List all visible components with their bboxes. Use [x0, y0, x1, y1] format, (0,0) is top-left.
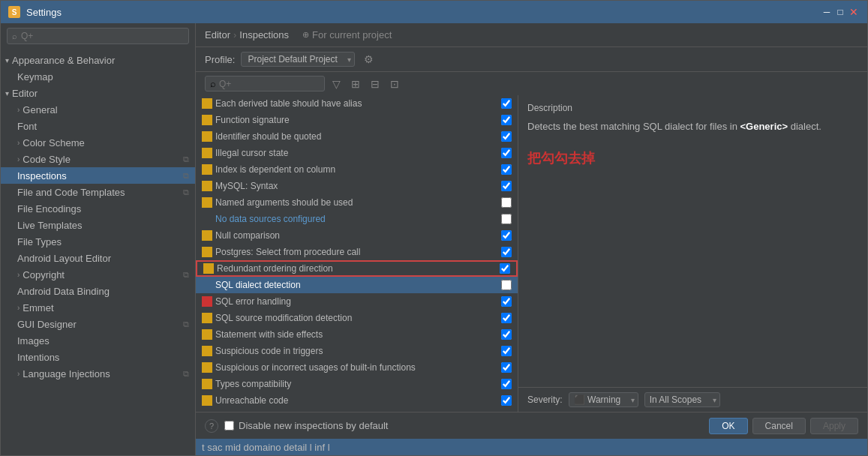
sidebar-item-label: File Types — [17, 236, 62, 248]
sidebar-item-keymap[interactable]: Keymap — [1, 68, 195, 85]
sidebar-search-box[interactable]: ⌕ — [7, 28, 189, 44]
reset-button[interactable]: ⊡ — [387, 76, 402, 92]
inspection-checkbox[interactable] — [501, 329, 512, 340]
inspection-checkbox[interactable] — [501, 115, 512, 125]
sidebar-search-input[interactable] — [21, 31, 184, 41]
insp-item-suspicious-builtin[interactable]: Suspicious or incorrect usages of built-… — [196, 359, 518, 376]
inspections-search-box[interactable]: ⌕ — [205, 76, 325, 92]
chevron-icon: ▾ — [5, 56, 9, 64]
profile-select-wrapper[interactable]: Project Default Project — [241, 52, 355, 67]
sidebar-item-label: File and Code Templates — [17, 187, 125, 198]
inspections-search-input[interactable] — [219, 79, 320, 89]
sidebar-item-android-layout-editor[interactable]: Android Layout Editor — [1, 250, 195, 266]
insp-item-mysql-syntax[interactable]: MySQL: Syntax — [196, 178, 518, 194]
severity-select[interactable]: ⬛ Warning — [569, 392, 638, 407]
insp-item-identifier-quoted[interactable]: Identifier should be quoted — [196, 128, 518, 145]
inspection-checkbox[interactable] — [501, 362, 512, 373]
sidebar-item-code-style[interactable]: › Code Style ⧉ — [1, 151, 195, 167]
sidebar-item-color-scheme[interactable]: › Color Scheme — [1, 134, 195, 151]
expand-all-button[interactable]: ⊞ — [348, 76, 363, 92]
insp-item-function-sig[interactable]: Function signature — [196, 112, 518, 128]
sidebar-item-label: Editor — [12, 88, 38, 99]
insp-item-unreachable[interactable]: Unreachable code — [196, 392, 518, 409]
inspection-checkbox[interactable] — [501, 280, 512, 290]
insp-item-sql-dialect[interactable]: SQL dialect detection — [196, 277, 518, 293]
inspection-checkbox[interactable] — [501, 379, 512, 389]
sidebar-item-file-encodings[interactable]: File Encodings — [1, 200, 195, 217]
sidebar-item-file-types[interactable]: File Types — [1, 233, 195, 250]
gear-button[interactable]: ⚙ — [361, 52, 377, 67]
collapse-all-button[interactable]: ⊟ — [368, 76, 383, 92]
inspection-checkbox[interactable] — [501, 230, 512, 241]
insp-item-null-comparison[interactable]: Null comparison — [196, 227, 518, 244]
maximize-button[interactable]: □ — [834, 6, 846, 18]
insp-item-no-data-sources[interactable]: No data sources configured — [196, 211, 518, 227]
inspection-checkbox[interactable] — [500, 263, 510, 274]
inspection-checkbox[interactable] — [501, 98, 512, 109]
inspection-label: Identifier should be quoted — [215, 131, 498, 142]
sidebar-item-font[interactable]: Font — [1, 118, 195, 134]
status-bar: t sac mid domaino detail l inf l — [196, 439, 867, 455]
sidebar-item-gui-designer[interactable]: GUI Designer ⧉ — [1, 316, 195, 332]
insp-item-each-derived[interactable]: Each derived table should have alias — [196, 95, 518, 112]
sidebar-item-file-code-templates[interactable]: File and Code Templates ⧉ — [1, 184, 195, 200]
insp-item-illegal-cursor[interactable]: Illegal cursor state — [196, 145, 518, 161]
sidebar-item-appearance[interactable]: ▾ Appearance & Behavior — [1, 52, 195, 68]
insp-item-index-dependent[interactable]: Index is dependent on column — [196, 161, 518, 178]
sidebar-item-android-data-binding[interactable]: Android Data Binding — [1, 283, 195, 299]
copy-icon: ⧉ — [183, 154, 189, 164]
chevron-icon: › — [17, 106, 20, 114]
sidebar-item-general[interactable]: › General — [1, 101, 195, 118]
inspection-checkbox[interactable] — [501, 148, 512, 158]
insp-item-redundant-ordering[interactable]: Redundant ordering direction — [196, 260, 518, 277]
sidebar-item-intentions[interactable]: Intentions — [1, 349, 195, 365]
inspection-checkbox[interactable] — [501, 395, 512, 406]
sidebar-item-label: Inspections — [17, 170, 67, 182]
scope-select-wrapper[interactable]: In All Scopes — [644, 392, 720, 407]
sidebar-item-images[interactable]: Images — [1, 332, 195, 349]
scope-select[interactable]: In All Scopes — [644, 392, 720, 407]
insp-item-statement-side[interactable]: Statement with side effects — [196, 326, 518, 343]
profile-select[interactable]: Project Default Project — [241, 52, 355, 67]
sidebar-item-language-injections[interactable]: › Language Injections ⧉ — [1, 365, 195, 382]
minimize-button[interactable]: ─ — [821, 6, 833, 18]
sidebar-item-editor-parent[interactable]: ▾ Editor — [1, 85, 195, 101]
ok-button[interactable]: OK — [709, 418, 747, 434]
sidebar-item-label: Android Data Binding — [17, 286, 110, 297]
insp-item-suspicious-triggers[interactable]: Suspicious code in triggers — [196, 343, 518, 359]
inspection-label: Suspicious or incorrect usages of built-… — [215, 362, 498, 373]
sidebar-item-inspections[interactable]: Inspections ⧉ — [1, 167, 195, 184]
sidebar-item-live-templates[interactable]: Live Templates — [1, 217, 195, 233]
profile-label: Profile: — [205, 54, 235, 65]
inspection-checkbox[interactable] — [501, 296, 512, 307]
inspection-checkbox[interactable] — [501, 346, 512, 356]
severity-select-wrapper[interactable]: ⬛ Warning — [569, 392, 638, 407]
help-icon[interactable]: ? — [205, 419, 218, 433]
inspection-checkbox[interactable] — [501, 197, 512, 208]
insp-item-sql-error[interactable]: SQL error handling — [196, 293, 518, 310]
chevron-icon: › — [17, 271, 20, 279]
inspection-checkbox[interactable] — [501, 181, 512, 191]
apply-button[interactable]: Apply — [810, 418, 858, 434]
inspection-checkbox[interactable] — [501, 214, 512, 224]
insp-item-types-compat[interactable]: Types compatibility — [196, 376, 518, 392]
close-button[interactable]: ✕ — [848, 6, 860, 18]
panel-header: Editor › Inspections ⊕ For current proje… — [196, 23, 867, 47]
severity-row: Severity: ⬛ Warning In All Scopes — [518, 387, 867, 412]
inspection-checkbox[interactable] — [501, 164, 512, 175]
insp-item-named-args[interactable]: Named arguments should be used — [196, 194, 518, 211]
insp-item-sql-source[interactable]: SQL source modification detection — [196, 310, 518, 326]
inspection-checkbox[interactable] — [501, 313, 512, 323]
disable-new-inspections-checkbox[interactable] — [224, 421, 234, 430]
inspection-checkbox[interactable] — [501, 131, 512, 142]
sidebar-item-copyright[interactable]: › Copyright ⧉ — [1, 266, 195, 283]
cancel-button[interactable]: Cancel — [752, 418, 806, 434]
severity-color-indicator — [202, 230, 212, 241]
filter-button[interactable]: ▽ — [329, 76, 344, 92]
insp-item-postgres-select[interactable]: Postgres: Select from procedure call — [196, 244, 518, 260]
sidebar-item-emmet[interactable]: › Emmet — [1, 299, 195, 316]
inspection-label: MySQL: Syntax — [215, 181, 498, 191]
inspection-label: Suspicious code in triggers — [215, 346, 498, 356]
chevron-icon: › — [17, 155, 20, 164]
inspection-checkbox[interactable] — [501, 247, 512, 257]
